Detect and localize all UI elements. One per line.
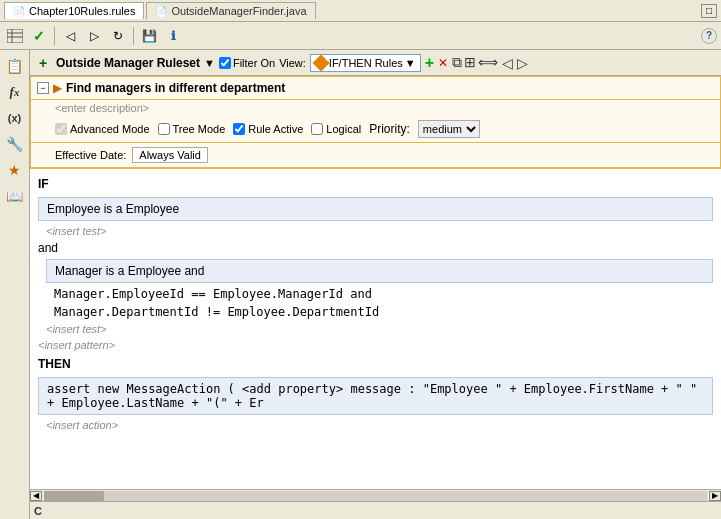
tab-chapter10-label: Chapter10Rules.rules	[29, 5, 135, 17]
filter-on-group: Filter On	[219, 57, 275, 69]
rule-description: <enter description>	[31, 100, 720, 116]
check-icon: ✓	[33, 28, 45, 44]
view-label: View:	[279, 57, 306, 69]
insert-pattern[interactable]: <insert pattern>	[30, 337, 721, 353]
tab-chapter10rules[interactable]: 📄 Chapter10Rules.rules	[4, 2, 144, 19]
back-toolbar-btn[interactable]: ◁	[59, 25, 81, 47]
copy-icon[interactable]: ⧉	[452, 54, 462, 71]
scroll-right-btn[interactable]: ▶	[709, 491, 721, 501]
info-toolbar-btn[interactable]: ℹ	[162, 25, 184, 47]
content-area: + Outside Manager Ruleset ▼ Filter On Vi…	[30, 50, 721, 519]
help-button[interactable]: ?	[701, 28, 717, 44]
java-file-icon: 📄	[155, 6, 167, 17]
status-indicator: C	[34, 505, 42, 517]
tab-outsidemanager[interactable]: 📄 OutsideManagerFinder.java	[146, 2, 315, 19]
action-text: assert new MessageAction ( <add property…	[47, 382, 697, 410]
info-icon: ℹ	[171, 29, 176, 43]
insert-test-1[interactable]: <insert test>	[30, 223, 721, 239]
if-label: IF	[30, 173, 721, 195]
rules-content: IF Employee is a Employee <insert test> …	[30, 169, 721, 489]
maximize-button[interactable]: □	[701, 4, 717, 18]
separator2	[133, 27, 134, 45]
main-toolbar: ✓ ◁ ▷ ↻ 💾 ℹ ?	[0, 22, 721, 50]
filter-on-label: Filter On	[233, 57, 275, 69]
scroll-left-btn[interactable]: ◀	[30, 491, 42, 501]
tab-outsidemanager-label: OutsideManagerFinder.java	[171, 5, 306, 17]
advanced-mode-checkbox[interactable]	[55, 123, 67, 135]
ruleset-toolbar: + Outside Manager Ruleset ▼ Filter On Vi…	[30, 50, 721, 76]
copy2-icon[interactable]: ⊞	[464, 54, 476, 71]
priority-select[interactable]: medium low high	[418, 120, 480, 138]
rules-file-icon: 📄	[13, 6, 25, 17]
effective-date-row: Effective Date: Always Valid	[31, 143, 720, 168]
tree-mode-group: Tree Mode	[158, 123, 226, 135]
sidebar-fx-icon[interactable]: fx	[3, 80, 27, 104]
view-dropdown[interactable]: IF/THEN Rules ▼	[310, 54, 421, 72]
forward-toolbar-btn[interactable]: ▷	[83, 25, 105, 47]
effective-date-value: Always Valid	[132, 147, 208, 163]
forward-icon: ▷	[90, 29, 99, 43]
rule-expand-icon: ▶	[53, 81, 62, 95]
refresh-icon: ↻	[113, 29, 123, 43]
sidebar-xvar-icon[interactable]: (x)	[3, 106, 27, 130]
sidebar-star-icon[interactable]: ★	[3, 158, 27, 182]
main-container: 📋 fx (x) 🔧 ★ 📖 + Outside Manager Ruleset…	[0, 50, 721, 519]
add-rule-button[interactable]: +	[425, 54, 434, 72]
condition-employee-text: Employee is a Employee	[47, 202, 179, 216]
advanced-mode-group: Advanced Mode	[55, 123, 150, 135]
condition-manager-text: Manager is a Employee and	[55, 264, 204, 278]
logical-checkbox[interactable]	[311, 123, 323, 135]
ruleset-name: Outside Manager Ruleset	[56, 56, 200, 70]
rule-active-checkbox[interactable]	[233, 123, 245, 135]
refresh-toolbar-btn[interactable]: ↻	[107, 25, 129, 47]
rule-active-label: Rule Active	[248, 123, 303, 135]
insert-test-2[interactable]: <insert test>	[30, 321, 721, 337]
condition-manager: Manager is a Employee and	[46, 259, 713, 283]
copy-buttons: ⧉ ⊞ ⟺	[452, 54, 498, 71]
view-dropdown-label: IF/THEN Rules	[329, 57, 403, 69]
rule-active-group: Rule Active	[233, 123, 303, 135]
scrollbar-thumb[interactable]	[44, 491, 104, 501]
table-icon	[7, 29, 23, 43]
expand-icon[interactable]: ⟺	[478, 54, 498, 71]
delete-rule-icon[interactable]: ✕	[438, 56, 448, 70]
filter-on-checkbox[interactable]	[219, 57, 231, 69]
view-dropdown-arrow: ▼	[405, 57, 416, 69]
save-toolbar-btn[interactable]: 💾	[138, 25, 160, 47]
horizontal-scrollbar: ◀ ▶	[30, 489, 721, 501]
ruleset-add-small-btn[interactable]: +	[34, 54, 52, 72]
tree-mode-label: Tree Mode	[173, 123, 226, 135]
nav-back-arrow[interactable]: ◁	[502, 55, 513, 71]
check-toolbar-btn[interactable]: ✓	[28, 25, 50, 47]
rule-block: − ▶ Find managers in different departmen…	[30, 76, 721, 169]
tree-mode-checkbox[interactable]	[158, 123, 170, 135]
view-diamond-icon	[312, 54, 329, 71]
svg-rect-0	[7, 29, 23, 43]
sidebar-document-icon[interactable]: 📋	[3, 54, 27, 78]
scrollbar-track	[44, 491, 707, 501]
rule-options: Advanced Mode Tree Mode Rule Active Logi…	[31, 116, 720, 143]
sidebar-book-icon[interactable]: 📖	[3, 184, 27, 208]
logical-group: Logical	[311, 123, 361, 135]
sidebar-tools-icon[interactable]: 🔧	[3, 132, 27, 156]
dropdown-arrow-icon: ▼	[204, 57, 215, 69]
save-icon: 💾	[142, 29, 157, 43]
collapse-button[interactable]: −	[37, 82, 49, 94]
title-bar: 📄 Chapter10Rules.rules 📄 OutsideManagerF…	[0, 0, 721, 22]
table-toolbar-btn[interactable]	[4, 25, 26, 47]
status-bar: C	[30, 501, 721, 519]
rule-header: − ▶ Find managers in different departmen…	[31, 77, 720, 100]
advanced-mode-label: Advanced Mode	[70, 123, 150, 135]
rule-title: Find managers in different department	[66, 81, 285, 95]
insert-action[interactable]: <insert action>	[30, 417, 721, 433]
then-label: THEN	[30, 353, 721, 375]
logical-label: Logical	[326, 123, 361, 135]
separator1	[54, 27, 55, 45]
expr-1: Manager.EmployeeId == Employee.ManagerId…	[30, 285, 721, 303]
and-connector-1: and	[30, 239, 721, 257]
priority-label: Priority:	[369, 122, 410, 136]
nav-forward-arrow[interactable]: ▷	[517, 55, 528, 71]
effective-date-label: Effective Date:	[55, 149, 126, 161]
expr-2: Manager.DepartmentId != Employee.Departm…	[30, 303, 721, 321]
action-block: assert new MessageAction ( <add property…	[38, 377, 713, 415]
